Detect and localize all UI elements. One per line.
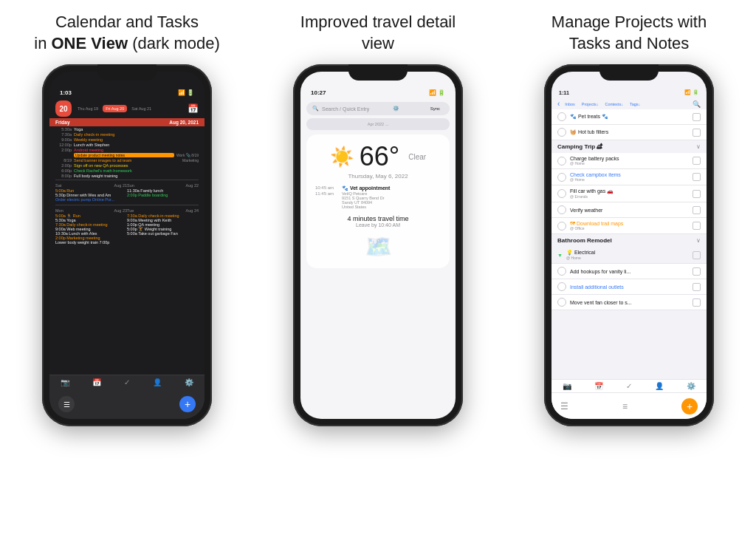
p2-leave-by: Leave by 10:40 AM bbox=[315, 222, 441, 228]
p2-search-bar[interactable]: 🔍 Search / Quick Entry ⚙️ Sync bbox=[306, 102, 450, 115]
p1-section-date: Aug 20, 2021 bbox=[169, 120, 199, 125]
p3-item-pet-treats[interactable]: 🐾 Pet treats 🐾 bbox=[551, 109, 707, 125]
p3-item-ventfan[interactable]: Move vent fan closer to s... bbox=[551, 295, 707, 310]
section-dark-calendar: Calendar and Tasksin ONE View (dark mode… bbox=[1, 0, 252, 426]
p3-item-electrical: ▼ 💡 Electrical @ Home bbox=[551, 247, 707, 264]
p3-bathroom-header[interactable]: Bathroom Remodel ∨ bbox=[551, 234, 707, 247]
p3-circle-gas bbox=[557, 189, 566, 198]
p3-check-battery[interactable] bbox=[693, 157, 701, 165]
phone2-frame: 10:27 📶 🔋 🔍 Search / Quick Entry ⚙️ Sync… bbox=[293, 64, 463, 426]
phone1-notch bbox=[97, 64, 157, 81]
p3-search-icon[interactable]: 🔍 bbox=[693, 100, 701, 108]
phone3-notch bbox=[599, 64, 659, 81]
p3-time: 1:11 bbox=[559, 90, 569, 95]
p3-item-weather[interactable]: Verify weather bbox=[551, 202, 707, 218]
p3-nav-settings[interactable]: ⚙️ bbox=[687, 382, 695, 390]
p2-gear-icon: ⚙️ bbox=[393, 106, 399, 112]
p1-menu-btn[interactable]: ☰ bbox=[58, 396, 75, 412]
p3-tab-contexts[interactable]: Contexts↓ bbox=[602, 100, 625, 108]
phone2-screen: 10:27 📶 🔋 🔍 Search / Quick Entry ⚙️ Sync… bbox=[300, 72, 456, 419]
p3-list-icon[interactable]: ≡ bbox=[622, 401, 628, 412]
p3-circle-maps bbox=[557, 222, 566, 231]
p1-header: 20 Thu Aug 19 Fri Aug 20 Sat Aug 21 📅 bbox=[49, 99, 205, 118]
p1-event-yoga: 5:30a Yoga bbox=[49, 126, 205, 132]
p3-item-battery[interactable]: Charge battery packs @ Home bbox=[551, 153, 707, 169]
p3-add-btn[interactable]: + bbox=[681, 398, 698, 414]
p1-section-header: Friday Aug 20, 2021 bbox=[49, 118, 205, 126]
p1-cal-icon[interactable]: 📅 bbox=[188, 103, 199, 114]
p1-nav-cal[interactable]: 📅 bbox=[92, 378, 101, 386]
p3-check-gas[interactable] bbox=[693, 190, 701, 198]
p3-nav-bar: ‹ Inbox Projects↓ Contexts↓ Tags↓ 🔍 bbox=[551, 98, 707, 109]
p3-tab-tags[interactable]: Tags↓ bbox=[628, 100, 642, 108]
p3-item-hottub[interactable]: 🧺 Hot tub filters bbox=[551, 125, 707, 140]
p1-nav-camera[interactable]: 📷 bbox=[61, 378, 69, 386]
p3-menu-icon[interactable]: ☰ bbox=[560, 401, 568, 412]
p1-nav-settings[interactable]: ⚙️ bbox=[185, 378, 193, 386]
p1-day-tabs[interactable]: Thu Aug 19 Fri Aug 20 Sat Aug 21 bbox=[75, 105, 185, 112]
p3-check-outlets[interactable] bbox=[693, 283, 701, 291]
p1-nav-check[interactable]: ✓ bbox=[124, 378, 130, 386]
phone3-screen: 1:11 📶 🔋 ‹ Inbox Projects↓ Contexts↓ Tag… bbox=[551, 72, 707, 419]
p2-weather-label: Clear bbox=[408, 153, 426, 161]
p2-prev-event-bar: Apr 2022 ... bbox=[306, 118, 450, 130]
p1-nav-person[interactable]: 👤 bbox=[153, 378, 162, 386]
p2-map-icon: 🗺️ bbox=[315, 233, 441, 259]
p2-travel-time: 4 minutes travel time bbox=[315, 215, 441, 222]
p1-event-lunch: 12:00p Lunch with Stephen bbox=[49, 142, 205, 147]
p2-weather-row: ☀️ 66° Clear bbox=[315, 143, 441, 170]
p1-event-rachel: 6:00p Check Rachel's math homework bbox=[49, 168, 205, 173]
p3-item-vanity[interactable]: Add hookups for vanity li... bbox=[551, 264, 707, 279]
p3-nav-camera[interactable]: 📷 bbox=[563, 382, 571, 390]
p3-check-maps[interactable] bbox=[693, 222, 701, 230]
p3-check-electrical[interactable] bbox=[693, 251, 701, 259]
p3-green-arrow: ▼ bbox=[557, 253, 563, 258]
p1-bottom-bar: ☰ + bbox=[49, 389, 205, 419]
phone2-notch bbox=[348, 64, 408, 81]
p2-time: 10:27 bbox=[311, 89, 326, 96]
p3-check-hottub[interactable] bbox=[693, 129, 701, 137]
p1-fri-label: Fri Aug 20 bbox=[106, 106, 124, 111]
p2-sun-icon: ☀️ bbox=[330, 146, 354, 168]
p1-sat-label: Sat Aug 21 bbox=[131, 106, 151, 111]
p3-tab-inbox[interactable]: Inbox bbox=[563, 100, 577, 108]
p3-nav-check[interactable]: ✓ bbox=[626, 382, 632, 390]
p3-nav-person[interactable]: 👤 bbox=[655, 382, 664, 390]
p3-circle-battery bbox=[557, 157, 566, 165]
p1-day-fri[interactable]: Fri Aug 20 bbox=[103, 105, 127, 112]
p1-day-sat[interactable]: Sat Aug 21 bbox=[128, 105, 154, 112]
p3-circle-outlets bbox=[557, 282, 566, 291]
p2-sync-btn[interactable]: Sync bbox=[427, 105, 444, 112]
p3-camping-header[interactable]: Camping Trip 🏕 ∨ bbox=[551, 140, 707, 153]
p1-section-day: Friday bbox=[55, 120, 70, 125]
p3-tab-projects[interactable]: Projects↓ bbox=[580, 100, 601, 108]
p1-day-thu[interactable]: Thu Aug 19 bbox=[75, 105, 101, 112]
section-travel: Improved travel detail view 10:27 📶 🔋 🔍 … bbox=[252, 0, 504, 426]
p2-appt-row: 10:45 am 11:45 am 🐾 Vet appointment VetI… bbox=[315, 185, 441, 209]
p1-event-checkin: 7:30a Daily check-in meeting bbox=[49, 132, 205, 137]
p2-appt-title: 🐾 Vet appointment bbox=[342, 185, 441, 191]
p1-add-btn[interactable]: + bbox=[179, 396, 196, 412]
p1-date-bubble: 20 bbox=[55, 100, 72, 117]
p1-event-android: 2:00p Android meeting bbox=[49, 147, 205, 152]
p3-check-campbox[interactable] bbox=[693, 173, 701, 181]
p1-nav: 📷 📅 ✓ 👤 ⚙️ bbox=[49, 375, 205, 389]
p1-event-signoff: 2:00p Sign off on new QA processes bbox=[49, 163, 205, 168]
p3-item-campbox[interactable]: Check campbox items @ Home bbox=[551, 169, 707, 185]
p2-weather-card: ☀️ 66° Clear Thursday, May 6, 2022 10:45… bbox=[306, 134, 450, 268]
p3-item-maps[interactable]: 🗺 Download trail maps @ Office bbox=[551, 218, 707, 234]
p3-check-pet[interactable] bbox=[693, 113, 701, 121]
p3-status-icons: 📶 🔋 bbox=[684, 89, 699, 95]
p3-nav-cal[interactable]: 📅 bbox=[594, 382, 603, 390]
p1-event-banner: 8/19 Send banner images to ad team Marke… bbox=[49, 157, 205, 163]
p1-montue-row: MonAug 23 5:00a 🏃 Run 5:30a Yoga 7:30a D… bbox=[49, 207, 205, 246]
p3-check-ventfan[interactable] bbox=[693, 298, 701, 307]
p3-circle-pet bbox=[557, 112, 566, 121]
p3-check-weather[interactable] bbox=[693, 206, 701, 214]
p3-item-outlets[interactable]: Install additional outlets bbox=[551, 279, 707, 295]
p3-item-gas[interactable]: Fill car with gas 🚗 @ Errands bbox=[551, 185, 707, 202]
p3-back-btn[interactable]: ‹ bbox=[557, 100, 560, 108]
p3-check-vanity[interactable] bbox=[693, 267, 701, 276]
section2-title: Improved travel detail view bbox=[282, 12, 474, 54]
phone1-screen: 1:03 📶 🔋 20 Thu Aug 19 Fri Aug 20 Sat Au… bbox=[49, 72, 205, 419]
